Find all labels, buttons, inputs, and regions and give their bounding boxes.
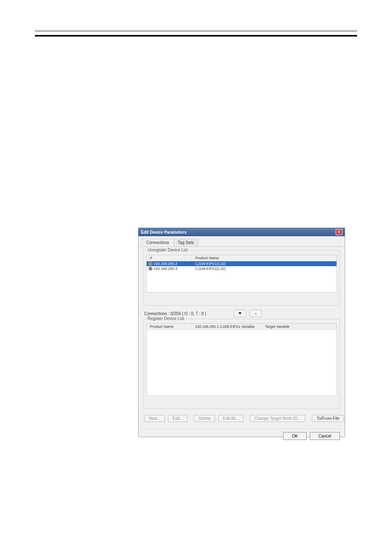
header-product-name[interactable]: Product Name	[147, 324, 192, 329]
list-item[interactable]: 192.168.250.3 CJ1W-EIP21(CJ2)	[147, 266, 337, 271]
register-list-header: Product Name 192.168.250.1 CJ2B-EIP21 Va…	[147, 324, 337, 330]
connections-status: Connections : 0/256 ( O : 0, T : 0 )	[144, 311, 206, 316]
list-header: # Product Name	[147, 255, 337, 261]
unregister-device-list[interactable]: # Product Name 192.168.250.2 CJ1W-EIP21(…	[146, 255, 337, 292]
header-product-name[interactable]: Product Name	[192, 255, 337, 261]
action-buttons: New... Edit... Delete Edit All... Change…	[143, 412, 340, 425]
new-button[interactable]: New...	[144, 415, 165, 422]
device-icon	[148, 262, 152, 266]
header-variable[interactable]: 192.168.250.1 CJ2B-EIP21 Variable	[192, 324, 262, 329]
unregister-device-list-group: Unregister Device List # Product Name 19…	[143, 250, 340, 306]
unregister-label: Unregister Device List	[146, 248, 189, 252]
list-item[interactable]: 192.168.250.2 CJ1W-EIP21(CJ2)	[147, 261, 337, 266]
edit-all-button[interactable]: Edit All...	[218, 415, 243, 422]
header-num[interactable]: #	[147, 255, 192, 261]
header-target-variable[interactable]: Target Variable	[262, 324, 337, 329]
register-label: Register Device List	[146, 316, 185, 321]
tabs: Connections Tag Sets	[138, 236, 345, 247]
dialog-title: Edit Device Parameters	[141, 230, 187, 235]
register-device-list-group: Register Device List Product Name 192.16…	[143, 319, 340, 409]
register-device-list[interactable]: Product Name 192.168.250.1 CJ2B-EIP21 Va…	[146, 323, 337, 396]
delete-button[interactable]: Delete	[194, 415, 215, 422]
close-icon[interactable]: ×	[336, 229, 342, 235]
change-target-button[interactable]: Change Target Node ID...	[250, 415, 305, 422]
titlebar: Edit Device Parameters ×	[138, 228, 345, 236]
to-from-file-button[interactable]: To/From File	[312, 415, 344, 422]
tab-tag-sets[interactable]: Tag Sets	[173, 239, 198, 246]
move-up-button[interactable]	[249, 310, 262, 317]
edit-button[interactable]: Edit...	[168, 415, 188, 422]
dialog-buttons: OK Cancel	[138, 428, 345, 443]
tab-connections[interactable]: Connections	[142, 239, 174, 246]
cancel-button[interactable]: Cancel	[310, 432, 340, 440]
move-down-button[interactable]	[234, 310, 246, 317]
edit-device-parameters-dialog: Edit Device Parameters × Connections Tag…	[138, 228, 345, 437]
ok-button[interactable]: OK	[283, 432, 306, 440]
device-icon	[148, 267, 152, 271]
